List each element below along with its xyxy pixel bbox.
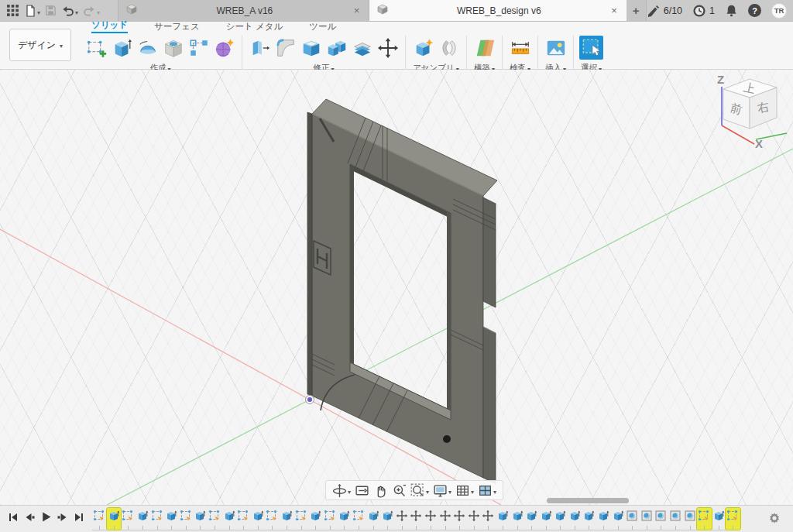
timeline-step-back-button[interactable] [24, 512, 35, 523]
document-tab-active[interactable]: WREB_B_design v6 × [369, 0, 626, 21]
timeline-item-move[interactable] [424, 508, 438, 530]
display-settings-button[interactable] [433, 483, 451, 498]
new-component-button[interactable] [411, 36, 435, 60]
save-button[interactable] [45, 5, 57, 16]
timeline-item-sketch[interactable] [149, 508, 164, 530]
timeline-item-hole[interactable] [682, 508, 697, 530]
tab-solid[interactable]: ソリッド [91, 19, 128, 33]
insert-button[interactable] [544, 36, 568, 60]
timeline-scrollbar[interactable] [547, 498, 629, 503]
timeline-item-extrude[interactable] [538, 508, 553, 530]
tab-tools[interactable]: ツール [309, 21, 336, 33]
joint-button[interactable] [437, 36, 461, 60]
timeline-item-extrude[interactable] [280, 508, 294, 530]
undo-button[interactable] [61, 4, 78, 18]
timeline-item-sketch[interactable] [697, 508, 712, 530]
user-avatar[interactable]: TR [771, 3, 787, 19]
timeline-item-extrude[interactable] [107, 508, 122, 530]
help-button[interactable]: ? [748, 4, 761, 17]
view-cube[interactable]: Z X 上 前 右 [711, 74, 788, 149]
pattern-button[interactable] [187, 36, 211, 60]
timeline-item-extrude[interactable] [380, 508, 395, 530]
timeline-item-sketch[interactable] [208, 508, 222, 530]
timeline-item-move[interactable] [409, 508, 424, 530]
timeline-step-forward-button[interactable] [57, 512, 68, 523]
extrude-button[interactable] [110, 36, 134, 60]
pan-button[interactable] [373, 483, 388, 498]
timeline-settings-button[interactable] [768, 512, 781, 527]
timeline-item-sketch[interactable] [726, 508, 740, 530]
timeline-item-sketch[interactable] [236, 508, 251, 530]
timeline-item-move[interactable] [452, 508, 467, 530]
viewport-canvas[interactable]: Z X 上 前 右 [0, 70, 793, 505]
timeline-item-extrude[interactable] [136, 508, 150, 530]
create-form-button[interactable] [212, 36, 236, 60]
model-hole[interactable] [443, 435, 451, 443]
timeline-go-to-start-button[interactable] [8, 512, 19, 523]
zoom-button[interactable] [392, 483, 407, 498]
origin-point[interactable] [306, 396, 314, 404]
new-document-button[interactable]: + [627, 0, 647, 21]
measure-button[interactable] [508, 36, 532, 60]
timeline-item-move[interactable] [466, 508, 481, 530]
timeline-go-to-end-button[interactable] [74, 512, 84, 523]
x-axis-line[interactable] [0, 229, 501, 505]
timeline-item-hole[interactable] [654, 508, 668, 530]
timeline-item-extrude[interactable] [164, 508, 179, 530]
extension-time-button[interactable]: 1 [692, 4, 715, 18]
hole-button[interactable] [161, 36, 185, 60]
timeline-play-button[interactable] [40, 511, 52, 523]
close-tab-icon[interactable]: × [609, 5, 619, 16]
timeline-item-extrude[interactable] [308, 508, 323, 530]
timeline-item-move[interactable] [438, 508, 452, 530]
timeline-item-extrude[interactable] [553, 508, 568, 530]
timeline-item-move[interactable] [481, 508, 496, 530]
timeline-item-extrude[interactable] [712, 508, 726, 530]
timeline-item-move[interactable] [394, 508, 409, 530]
timeline-item-sketch[interactable] [265, 508, 280, 530]
combine-button[interactable] [324, 36, 348, 60]
timeline-item-extrude[interactable] [193, 508, 208, 530]
timeline-item-sketch[interactable] [294, 508, 308, 530]
redo-button[interactable] [83, 4, 100, 18]
app-grid-icon[interactable] [6, 4, 19, 17]
shell-button[interactable] [299, 36, 323, 60]
timeline-item-extrude[interactable] [568, 508, 582, 530]
timeline-item-sketch[interactable] [352, 508, 366, 530]
timeline-item-extrude[interactable] [596, 508, 611, 530]
timeline-item-sketch[interactable] [92, 508, 107, 530]
timeline-item-extrude[interactable] [337, 508, 352, 530]
timeline-item-hole[interactable] [625, 508, 640, 530]
select-button[interactable] [579, 36, 603, 60]
model-body[interactable] [307, 99, 497, 484]
split-body-button[interactable] [350, 36, 374, 60]
create-sketch-button[interactable] [84, 36, 108, 60]
timeline-item-extrude[interactable] [221, 508, 236, 530]
orbit-button[interactable] [332, 483, 351, 498]
timeline-item-sketch[interactable] [323, 508, 338, 530]
timeline-item-extrude[interactable] [524, 508, 539, 530]
timeline-item-sketch[interactable] [179, 508, 194, 530]
timeline-item-extrude[interactable] [366, 508, 380, 530]
tab-sheet-metal[interactable]: シート メタル [226, 21, 283, 33]
revolve-button[interactable] [136, 36, 160, 60]
timeline-item-sketch[interactable] [121, 508, 136, 530]
look-at-button[interactable] [355, 483, 369, 498]
fillet-button[interactable] [273, 36, 297, 60]
press-pull-button[interactable] [248, 36, 272, 60]
timeline-item-extrude[interactable] [610, 508, 625, 530]
tab-surface[interactable]: サーフェス [154, 21, 200, 33]
job-status-button[interactable]: 6/10 [647, 4, 682, 18]
timeline-item-extrude[interactable] [251, 508, 266, 530]
document-tab[interactable]: WREB_A v16 × [118, 0, 369, 21]
notifications-button[interactable] [725, 4, 738, 17]
timeline-item-extrude[interactable] [510, 508, 524, 530]
timeline-item-extrude[interactable] [582, 508, 596, 530]
grid-layout-button[interactable] [455, 483, 474, 498]
file-menu-button[interactable] [24, 4, 40, 18]
close-tab-icon[interactable]: × [352, 5, 362, 16]
fit-button[interactable] [410, 483, 429, 498]
viewports-button[interactable] [478, 483, 496, 498]
timeline-item-extrude[interactable] [496, 508, 510, 530]
construction-plane-button[interactable] [472, 36, 496, 60]
